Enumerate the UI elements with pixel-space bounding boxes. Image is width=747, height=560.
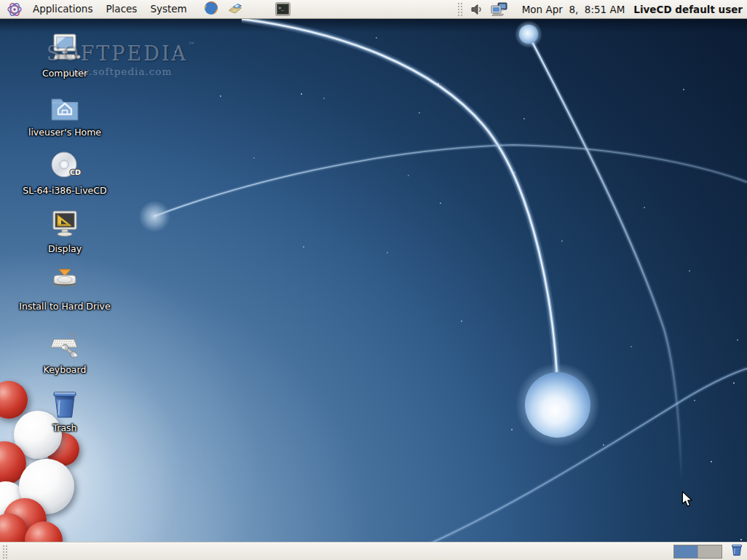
terminal-icon: >_ xyxy=(275,2,290,16)
menu-applications[interactable]: Applications xyxy=(26,0,99,18)
terminal-launcher[interactable]: >_ xyxy=(275,2,290,16)
workspace-switcher xyxy=(673,545,722,559)
volume-applet[interactable] xyxy=(470,2,484,17)
desktop-icon-display[interactable]: Display xyxy=(14,208,116,254)
network-applet[interactable] xyxy=(490,1,509,17)
top-panel-right: Mon Apr 8, 8:51 AM LiveCD default user xyxy=(456,1,747,17)
applet-drag-handle[interactable] xyxy=(1,544,7,559)
firefox-launcher[interactable] xyxy=(203,0,219,18)
panel-launchers xyxy=(203,0,243,18)
applications-menu-logo[interactable] xyxy=(7,1,23,17)
network-icon xyxy=(490,1,509,17)
volume-icon xyxy=(470,2,484,17)
menu-places[interactable]: Places xyxy=(99,0,143,18)
menu-system[interactable]: System xyxy=(143,0,193,18)
bottom-panel xyxy=(0,542,747,560)
mail-icon xyxy=(227,0,243,16)
desktop-screen: SOFTPEDIA™ www.softpedia.com Computer li… xyxy=(0,0,747,560)
trash-applet[interactable] xyxy=(730,543,744,560)
clock-applet[interactable]: Mon Apr 8, 8:51 AM xyxy=(522,4,625,15)
scientific-linux-logo-icon xyxy=(7,1,23,17)
desktop-icon-label: Trash xyxy=(14,422,116,433)
home-folder-icon xyxy=(47,91,82,126)
keyboard-icon xyxy=(47,328,82,363)
desktop-icon-label: Display xyxy=(14,243,116,254)
desktop-icon-home[interactable]: liveuser's Home xyxy=(14,91,116,138)
top-panel: Applications Places System xyxy=(0,0,747,19)
workspace-2[interactable] xyxy=(697,545,722,558)
applet-drag-handle[interactable] xyxy=(456,1,462,17)
workspace-1[interactable] xyxy=(674,545,697,558)
desktop-icon-label: liveuser's Home xyxy=(14,127,116,138)
trash-applet-icon xyxy=(730,543,744,557)
desktop-icon-label: Keyboard xyxy=(14,364,116,375)
desktop-icon-livecd[interactable]: CD SL-64-i386-LiveCD xyxy=(14,149,116,196)
computer-icon xyxy=(47,32,82,67)
desktop-icon-install[interactable]: Install to Hard Drive xyxy=(14,265,116,312)
display-icon xyxy=(47,208,82,242)
desktop-icon-keyboard[interactable]: Keyboard xyxy=(14,328,116,375)
trash-icon xyxy=(47,387,82,422)
mail-launcher[interactable] xyxy=(227,0,243,18)
desktop-icon-label: Computer xyxy=(14,68,116,79)
firefox-icon xyxy=(203,0,219,16)
cd-icon: CD xyxy=(47,149,82,184)
bottom-panel-right xyxy=(673,543,747,560)
desktop-icon-label: SL-64-i386-LiveCD xyxy=(14,185,116,196)
desktop-icon-label: Install to Hard Drive xyxy=(14,301,116,312)
desktop-icon-computer[interactable]: Computer xyxy=(14,32,116,79)
user-switcher-applet[interactable]: LiveCD default user xyxy=(633,4,743,15)
terminal-prompt-glyph: >_ xyxy=(278,5,284,11)
cd-badge: CD xyxy=(70,168,81,176)
hard-drive-icon xyxy=(47,265,82,300)
desktop-icon-trash[interactable]: Trash xyxy=(14,387,116,433)
